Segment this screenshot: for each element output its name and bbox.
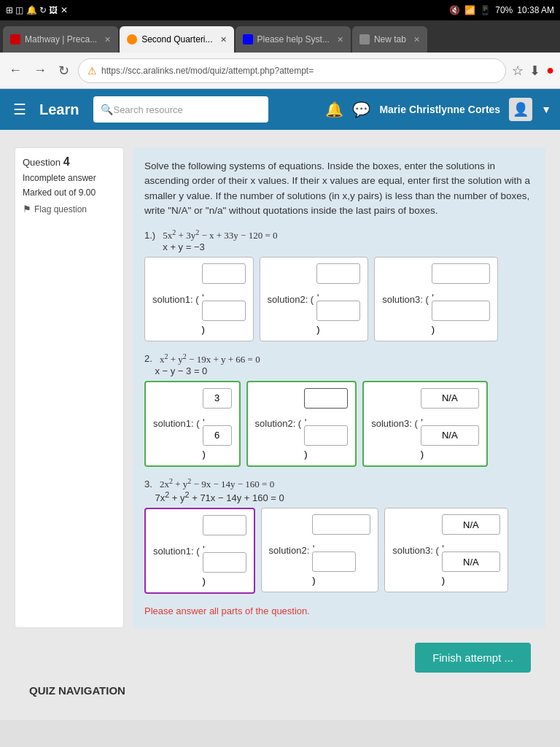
finish-attempt-button[interactable]: Finish attempt ... (415, 643, 531, 673)
sol2-3-comma: , (421, 411, 479, 422)
sol1-3-x[interactable] (432, 263, 490, 284)
solution-box-2-2: solution2: ( , ) (246, 381, 357, 467)
tab-mathway-label: Mathway | Preca... (25, 34, 97, 44)
sol2-3-paren: ) (421, 449, 479, 460)
solution-box-3-3: solution3: ( , ) (384, 508, 508, 592)
star-icon[interactable]: ☆ (512, 63, 524, 79)
incomplete-answer-label: Incomplete answer (23, 173, 116, 183)
dropdown-arrow-icon[interactable]: ▼ (541, 104, 551, 115)
sol2-3-label: solution3: ( (371, 418, 418, 429)
refresh-button[interactable]: ↻ (55, 60, 72, 82)
sol2-2-x[interactable] (304, 388, 348, 409)
sol2-2-y[interactable] (304, 425, 348, 446)
sol1-2-label: solution2: ( (268, 294, 314, 305)
eq-label-3: 3. 2x2 + y2 − 9x − 14y − 160 = 0 7x2 + y… (144, 477, 534, 504)
equation-block-3: 3. 2x2 + y2 − 9x − 14y − 160 = 0 7x2 + y… (144, 477, 534, 595)
sol3-1-y[interactable] (203, 552, 246, 573)
url-bar[interactable]: ⚠ https://scc.aralinks.net/mod/quiz/atte… (78, 58, 506, 83)
menu-icon[interactable]: ● (546, 63, 554, 78)
signal-icon: 📱 (480, 5, 491, 15)
sol2-1-paren: ) (203, 449, 232, 460)
back-button[interactable]: ← (6, 60, 25, 81)
sol1-3-comma: , (432, 287, 490, 298)
tab-aralinks-close[interactable]: ✕ (220, 35, 227, 44)
mute-icon: 🔇 (449, 5, 460, 15)
eq-line2-1: x + y = −3 (144, 241, 205, 252)
sol2-3-x[interactable] (421, 388, 479, 409)
status-bar: ⊞ ◫ 🔔 ↻ 🖼 ✕ 🔇 📶 📱 70% 10:38 AM (0, 0, 560, 20)
sol1-1-comma: , (202, 287, 246, 298)
sol3-3-inputs: , ) (442, 514, 500, 586)
equation-block-1: 1.) 5x2 + 3y2 − x + 33y − 120 = 0 x + y … (144, 228, 534, 341)
solutions-row-2: solution1: ( , ) solution2: ( (144, 381, 534, 467)
sol2-1-comma: , (203, 411, 232, 422)
solutions-row-1: solution1: ( , ) solution2: ( , (144, 257, 534, 341)
forward-button[interactable]: → (31, 60, 50, 81)
app-header: ☰ Learn 🔍 Search resource 🔔 💬 Marie Chri… (0, 89, 560, 130)
sol2-1-inputs: , ) (203, 388, 232, 460)
tab-bblue[interactable]: Please help Syst... ✕ (236, 26, 351, 53)
sol1-2-y[interactable] (316, 301, 360, 321)
solution-box-2-1: solution1: ( , ) (144, 381, 241, 467)
warning-icon: ⚠ (88, 65, 97, 77)
equation-block-2: 2. x2 + y2 − 19x + y + 66 = 0 x − y − 3 … (144, 352, 534, 466)
search-box[interactable]: 🔍 Search resource (93, 96, 268, 123)
tab-newtab-close[interactable]: ✕ (413, 35, 420, 44)
finish-btn-row: Finish attempt ... (15, 643, 545, 673)
newtab-favicon (359, 34, 370, 44)
sol3-3-paren: ) (442, 575, 500, 586)
sol3-2-comma: , (312, 538, 370, 549)
sol1-3-inputs: , ) (432, 263, 490, 335)
sol3-3-y[interactable] (442, 551, 500, 572)
sol1-2-x[interactable] (316, 263, 360, 284)
question-number: Question 4 (23, 155, 116, 169)
sol3-1-label: solution1: ( (153, 546, 200, 557)
sol2-3-y[interactable] (421, 425, 479, 446)
sol1-1-y[interactable] (202, 301, 246, 321)
header-icons: 🔔 💬 Marie Christlynne Cortes 👤 ▼ (325, 98, 551, 121)
sol3-3-x[interactable] (442, 514, 500, 535)
sol2-3-inputs: , ) (421, 388, 479, 460)
avatar-button[interactable]: 👤 (509, 98, 532, 121)
flag-label: Flag question (34, 204, 87, 214)
tab-mathway-close[interactable]: ✕ (104, 35, 111, 44)
solution-box-1-2: solution2: ( , ) (260, 257, 369, 341)
sol3-2-x[interactable] (312, 514, 370, 535)
chat-icon[interactable]: 💬 (352, 101, 370, 118)
sol3-1-x[interactable] (203, 515, 246, 535)
sol2-2-paren: ) (304, 449, 348, 460)
bblue-favicon (243, 34, 253, 44)
mathway-favicon (10, 34, 20, 44)
tab-aralinks[interactable]: Second Quarteri... ✕ (120, 26, 233, 53)
sol1-3-y[interactable] (432, 301, 490, 321)
marked-out-label: Marked out of 9.00 (23, 187, 116, 198)
search-icon: 🔍 (101, 104, 113, 115)
tab-bblue-close[interactable]: ✕ (337, 35, 343, 44)
tab-newtab-label: New tab (374, 34, 406, 44)
flag-question-button[interactable]: ⚑ Flag question (23, 204, 116, 214)
sol1-1-x[interactable] (202, 263, 246, 284)
warning-text: Please answer all parts of the question. (144, 605, 534, 616)
eq-line1-1: 5x2 + 3y2 − x + 33y − 120 = 0 (158, 230, 278, 241)
address-icons: ☆ ⬇ ● (512, 63, 554, 79)
eq-number-3: 3. (144, 479, 152, 489)
tab-bar: Mathway | Preca... ✕ Second Quarteri... … (0, 20, 560, 53)
wifi-icon: 📶 (464, 5, 475, 15)
app-icons: ⊞ ◫ 🔔 ↻ 🖼 ✕ (6, 5, 68, 15)
hamburger-menu[interactable]: ☰ (9, 96, 31, 123)
tab-newtab[interactable]: New tab ✕ (352, 26, 427, 53)
sol2-2-inputs: , ) (304, 388, 348, 460)
user-name: Marie Christlynne Cortes (379, 104, 500, 115)
sol1-3-paren: ) (432, 324, 490, 335)
sol2-1-x[interactable] (203, 388, 232, 409)
sol3-2-y[interactable] (312, 551, 356, 572)
avatar-icon: 👤 (513, 101, 529, 117)
url-display: https://scc.aralinks.net/mod/quiz/attemp… (101, 66, 314, 76)
sol3-3-label: solution3: ( (392, 545, 439, 556)
bell-icon[interactable]: 🔔 (325, 101, 343, 118)
download-icon[interactable]: ⬇ (529, 63, 540, 79)
sol2-2-comma: , (304, 411, 348, 422)
solutions-row-3: solution1: ( , ) solution2: , (144, 508, 534, 594)
tab-mathway[interactable]: Mathway | Preca... ✕ (3, 26, 118, 53)
sol2-1-y[interactable] (203, 425, 232, 446)
